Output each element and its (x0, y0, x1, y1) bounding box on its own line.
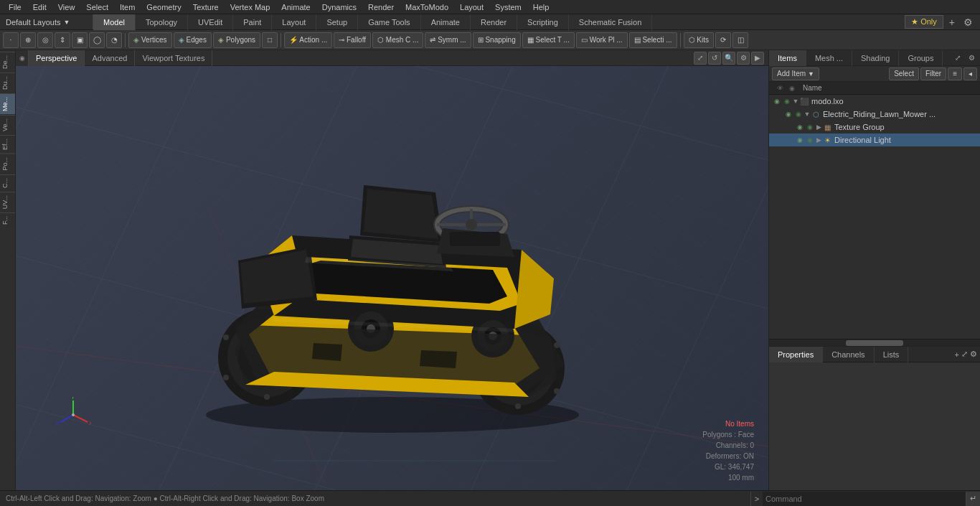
items-more-button[interactable]: ≡ (948, 67, 962, 80)
menu-item-layout[interactable]: Layout (454, 1, 489, 13)
layout-tab-setup[interactable]: Setup (316, 14, 358, 30)
arrow-light[interactable]: ▶ (815, 135, 822, 145)
tree-item-texgrp[interactable]: ◉ ◉ ▶ ▦ Texture Group (769, 121, 980, 133)
arrow-root[interactable]: ▼ (792, 96, 799, 106)
tree-item-light[interactable]: ◉ ◉ ▶ ☀ Directional Light (769, 133, 980, 146)
menu-item-animate[interactable]: Animate (275, 1, 316, 13)
layout-tab-game-tools[interactable]: Game Tools (358, 14, 421, 30)
command-input[interactable] (763, 492, 966, 506)
edges-button[interactable]: ◈ Edges (174, 32, 212, 48)
viewport-maximize-icon[interactable]: ⤢ (694, 52, 707, 65)
tool-lasso[interactable]: ◎ (37, 32, 53, 48)
items-tab-shading[interactable]: Shading (852, 50, 899, 66)
view-button[interactable]: ◫ (732, 32, 748, 48)
tree-item-mower[interactable]: ◉ ◉ ▼ ⬡ Electric_Riding_Lawn_Mower ... (769, 108, 980, 121)
mesh-button[interactable]: ⬡ Mesh C ... (372, 32, 423, 48)
menu-item-help[interactable]: Help (527, 1, 555, 13)
items-tab-mesh[interactable]: Mesh ... (806, 50, 852, 66)
menu-item-maxtomodo[interactable]: MaxToModo (400, 1, 454, 13)
menu-item-render[interactable]: Render (362, 1, 400, 13)
viewport-tab-perspective[interactable]: Perspective (29, 50, 85, 66)
sidebar-tab-po[interactable]: Po... (0, 154, 15, 174)
tool-circle[interactable]: ◯ (89, 32, 105, 48)
viewport-settings-icon[interactable]: ⚙ (737, 52, 750, 65)
falloff-button[interactable]: ⊸ Falloff (334, 32, 371, 48)
menu-item-geometry[interactable]: Geometry (141, 1, 187, 13)
props-add-icon[interactable]: + (955, 350, 959, 359)
eye-texgrp[interactable]: ◉ (795, 122, 805, 132)
items-scrollbar[interactable] (769, 339, 980, 346)
sidebar-tab-ef[interactable]: Ef... (0, 135, 15, 153)
eye2-mower[interactable]: ◉ (793, 109, 804, 119)
menu-item-dynamics[interactable]: Dynamics (316, 1, 362, 13)
add-item-button[interactable]: Add Item ▼ (772, 67, 819, 80)
menu-item-edit[interactable]: Edit (27, 1, 52, 13)
sidebar-tab-de[interactable]: De... (0, 52, 15, 72)
items-maximize-icon[interactable]: ⤢ (952, 52, 963, 64)
viewport-toggle[interactable]: ◉ (16, 50, 29, 66)
expand-icon[interactable]: + (946, 17, 958, 28)
viewport-tab-advanced[interactable]: Advanced (85, 50, 135, 66)
layout-tab-model[interactable]: Model (93, 14, 136, 30)
menu-item-item[interactable]: Item (114, 1, 141, 13)
sidebar-tab-c[interactable]: C... (0, 174, 15, 191)
select-button[interactable]: Select (889, 67, 919, 80)
props-tab-lists[interactable]: Lists (875, 347, 909, 362)
vertices-button[interactable]: ◈ Vertices (128, 32, 172, 48)
eye2-root[interactable]: ◉ (782, 96, 792, 106)
items-tab-items[interactable]: Items (769, 50, 806, 66)
eye2-texgrp[interactable]: ◉ (805, 122, 815, 132)
layout-tab-layout[interactable]: Layout (272, 14, 316, 30)
viewport-search-icon[interactable]: 🔍 (722, 52, 735, 65)
orbit-button[interactable]: ⟳ (715, 32, 731, 48)
tree-item-root[interactable]: ◉ ◉ ▼ ⬛ modo.lxo (769, 95, 980, 108)
tool-select-rect[interactable]: ▣ (72, 32, 88, 48)
layout-tab-schematic-fusion[interactable]: Schematic Fusion (569, 14, 652, 30)
props-settings-icon[interactable]: ⚙ (970, 350, 977, 359)
menu-item-file[interactable]: File (3, 1, 27, 13)
star-only-button[interactable]: ★ Only (905, 15, 943, 29)
viewport-tab-textures[interactable]: Viewport Textures (135, 50, 212, 66)
sidebar-tab-ve[interactable]: Ve... (0, 115, 15, 134)
arrow-texgrp[interactable]: ▶ (815, 122, 822, 132)
viewport-area[interactable]: ◉ Perspective Advanced Viewport Textures… (16, 50, 768, 490)
viewport-reset-icon[interactable]: ↺ (708, 52, 721, 65)
items-collapse-button[interactable]: ◂ (963, 67, 977, 80)
tool-globe[interactable]: ⊕ (20, 32, 36, 48)
layout-tab-uvedit[interactable]: UVEdit (188, 14, 233, 30)
eye2-light[interactable]: ◉ (805, 135, 815, 145)
viewport-expand-icon[interactable]: ▶ (751, 52, 764, 65)
eye-light[interactable]: ◉ (795, 135, 805, 145)
tool-shape[interactable]: □ (262, 32, 278, 48)
layout-tab-paint[interactable]: Paint (233, 14, 272, 30)
filter-button[interactable]: Filter (920, 67, 946, 80)
tool-arrow[interactable]: ⇕ (55, 32, 70, 48)
arrow-mower[interactable]: ▼ (804, 109, 811, 119)
command-enter-button[interactable]: ↵ (966, 492, 980, 506)
layout-tab-scripting[interactable]: Scripting (517, 14, 569, 30)
props-maximize-icon[interactable]: ⤢ (961, 350, 968, 359)
sidebar-tab-me[interactable]: Me... (0, 93, 15, 114)
layout-tab-topology[interactable]: Topology (136, 14, 188, 30)
layout-tab-render[interactable]: Render (471, 14, 517, 30)
action-button[interactable]: ⚡ Action ... (284, 32, 332, 48)
sidebar-tab-f[interactable]: F... (0, 212, 15, 228)
work-pl-button[interactable]: ▭ Work Pl ... (576, 32, 628, 48)
polygons-button[interactable]: ◈ Polygons (213, 32, 260, 48)
props-tab-properties[interactable]: Properties (769, 347, 823, 362)
layout-tab-animate[interactable]: Animate (421, 14, 471, 30)
menu-item-vertex map[interactable]: Vertex Map (225, 1, 276, 13)
eye-root[interactable]: ◉ (772, 96, 782, 106)
sidebar-tab-du[interactable]: Du... (0, 72, 15, 93)
snapping-button[interactable]: ⊞ Snapping (473, 32, 521, 48)
eye-mower[interactable]: ◉ (783, 109, 793, 119)
default-layouts-button[interactable]: Default Layouts ▼ (0, 14, 93, 29)
tool-arc[interactable]: ◔ (106, 32, 122, 48)
menu-item-select[interactable]: Select (80, 1, 114, 13)
items-tab-groups[interactable]: Groups (899, 50, 943, 66)
settings-icon[interactable]: ⚙ (961, 17, 976, 28)
menu-item-texture[interactable]: Texture (187, 1, 225, 13)
items-settings-icon[interactable]: ⚙ (966, 52, 977, 64)
menu-item-system[interactable]: System (489, 1, 527, 13)
select-t-button[interactable]: ▦ Select T ... (522, 32, 575, 48)
